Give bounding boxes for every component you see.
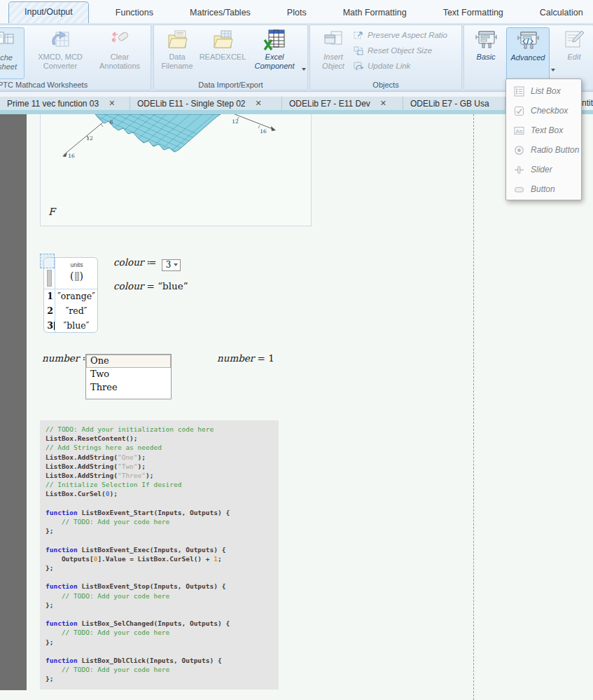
chevron-down-icon — [174, 263, 178, 266]
ribbon-tab-input-output[interactable]: Input/Output — [8, 1, 89, 23]
matrix-row-handle[interactable] — [47, 270, 52, 287]
plot-axis-expression-label[interactable]: F — [48, 206, 55, 217]
matrix-row-index: 2 — [44, 306, 53, 316]
doc-tab-prime11-vec-function[interactable]: Prime 11 vec function 03 ✕ — [0, 97, 130, 110]
update-link-button[interactable]: Update Link — [354, 59, 410, 73]
xmcd-converter-button[interactable]: XMCD, MCD Converter — [30, 27, 90, 79]
xmcd-label-1: XMCD, MCD — [30, 53, 90, 62]
worksheet-cache-label-1: ache — [0, 53, 24, 62]
equals-operator: = — [258, 352, 269, 364]
worksheet-cache-button[interactable]: ache rksheet — [0, 27, 25, 79]
ribbon-tab-plots[interactable]: Plots — [277, 3, 316, 23]
colour-combo-box[interactable]: 3 — [162, 259, 181, 271]
menu-item-checkbox[interactable]: Checkbox — [506, 101, 581, 121]
close-icon[interactable]: ✕ — [380, 99, 386, 108]
ribbon-tab-matrices-tables[interactable]: Matrices/Tables — [180, 3, 260, 23]
xmcd-label-2: Converter — [30, 62, 90, 71]
canvas-margin-strip — [0, 114, 27, 690]
update-link-label: Update Link — [368, 62, 410, 70]
matrix-row-value[interactable]: ″orange″ — [55, 291, 98, 301]
worksheet-icon — [0, 28, 24, 53]
menu-item-label: List Box — [531, 86, 561, 96]
number-evaluation-expression[interactable]: number = 1 — [217, 352, 274, 364]
colour-result-value: “blue” — [158, 280, 188, 291]
insert-object-button[interactable]: Insert Object — [316, 27, 351, 79]
menu-item-slider[interactable]: Slider — [506, 160, 581, 179]
data-filename-button[interactable]: Data Filename — [157, 27, 197, 79]
excel-component-dropdown-arrow-icon[interactable] — [302, 68, 306, 71]
edit-control-button[interactable]: Edit — [557, 27, 592, 79]
document-tab-bar: Prime 11 vec function 03 ✕ ODELib E11 - … — [0, 97, 593, 110]
list-box-icon — [514, 86, 524, 97]
menu-item-list-box[interactable]: List Box — [506, 81, 581, 101]
ribbon-tab-calculation[interactable]: Calculation — [530, 3, 593, 23]
menu-item-radio-button[interactable]: Radio Button — [506, 140, 581, 160]
basic-controls-label: Basic — [467, 53, 505, 62]
doc-tab-odelib-e11-single-step[interactable]: ODELib E11 - Single Step 02 ✕ — [130, 97, 282, 110]
matrix-unit-placeholder[interactable]: () — [55, 270, 98, 282]
matrix-row-3[interactable]: 3 ″blue″ — [44, 319, 99, 333]
clear-annotations-label-2: Annotations — [92, 62, 148, 71]
excel-component-label-1: Excel — [249, 53, 300, 62]
number-var: number — [217, 352, 254, 364]
menu-item-label: Radio Button — [531, 145, 579, 155]
close-icon[interactable]: ✕ — [256, 99, 262, 108]
surface-plot-canvas: 8 12 16 12 16 — [41, 114, 312, 226]
ribbon-tab-math-formatting[interactable]: Math Formatting — [333, 3, 417, 23]
number-definition-expression[interactable]: number ≔ — [42, 352, 92, 364]
preserve-aspect-ratio-button[interactable]: Preserve Aspect Ratio — [354, 28, 447, 42]
placeholder-bar — [75, 272, 79, 281]
reset-object-size-button[interactable]: Reset Object Size — [354, 43, 432, 57]
list-box-item-one[interactable]: One — [86, 355, 171, 368]
list-box-item-two[interactable]: Two — [86, 368, 171, 381]
worksheet-cache-label-2: rksheet — [0, 62, 24, 71]
svg-text:Ab: Ab — [516, 128, 523, 134]
basic-controls-icon — [467, 27, 505, 53]
advanced-controls-label: Advanced — [507, 53, 549, 62]
close-icon[interactable]: ✕ — [109, 99, 115, 108]
radio-button-icon — [514, 145, 524, 156]
basic-controls-button[interactable]: Basic — [467, 27, 505, 79]
clear-annotations-icon — [92, 27, 148, 53]
mathcad-window: Input/Output Functions Matrices/Tables P… — [0, 0, 593, 700]
readexcel-button[interactable]: READEXCEL — [199, 27, 246, 79]
advanced-dropdown-arrow-icon[interactable] — [551, 69, 555, 71]
advanced-controls-menu: List Box Checkbox Ab Text Box Radio Butt… — [505, 78, 582, 200]
checkbox-icon — [514, 106, 524, 116]
colour-definition-expression[interactable]: colour ≔ 3 — [113, 256, 181, 271]
matrix-row-index: 1 — [44, 291, 53, 301]
colour-evaluation-expression[interactable]: colour = “blue” — [113, 280, 188, 291]
number-result-value: 1 — [268, 352, 274, 364]
excel-component-button[interactable]: Excel Component — [249, 27, 300, 79]
matrix-input-widget[interactable]: units () 1 ″orange″ 2 ″red″ 3 ″blue″ — [43, 257, 98, 333]
doc-tab-odelib-e7-gb-usage[interactable]: ODELib E7 - GB Usa — [403, 97, 505, 110]
matrix-row-1[interactable]: 1 ″orange″ — [44, 289, 99, 303]
preserve-aspect-ratio-label: Preserve Aspect Ratio — [368, 31, 447, 39]
group-label-objects: Objects — [310, 81, 461, 89]
matrix-row-value[interactable]: ″red″ — [55, 306, 98, 316]
matrix-row-2[interactable]: 2 ″red″ — [44, 304, 99, 318]
menu-item-button[interactable]: Button — [506, 179, 581, 199]
edit-control-label: Edit — [557, 53, 592, 62]
listbox-script-editor[interactable]: // TODO: Add your initialization code he… — [40, 420, 279, 689]
slider-icon — [514, 165, 524, 175]
doc-tab-label: ODELib E7 - E11 Dev — [289, 99, 370, 109]
equals-operator: = — [147, 280, 158, 291]
clear-annotations-button[interactable]: Clear Annotations — [92, 27, 148, 79]
insert-object-label-2: Object — [316, 62, 351, 71]
surface-plot-region[interactable]: 8 12 16 12 16 F — [40, 114, 312, 226]
ribbon-bottom-strip — [0, 92, 593, 97]
list-box-item-three[interactable]: Three — [86, 381, 171, 394]
matrix-row-value[interactable]: ″blue″ — [55, 320, 98, 331]
assign-operator: ≔ — [147, 256, 157, 268]
ribbon-toolbar: ache rksheet XMCD, MCD Converter — [0, 23, 593, 92]
edit-control-icon — [557, 27, 592, 53]
matrix-selection-handle[interactable] — [40, 254, 55, 268]
left-axis-tick-16: 16 — [68, 153, 75, 159]
group-label-ptc-worksheets: PTC Mathcad Worksheets — [0, 81, 151, 89]
menu-item-text-box[interactable]: Ab Text Box — [506, 121, 581, 140]
doc-tab-odelib-e7-e11-dev[interactable]: ODELib E7 - E11 Dev ✕ — [282, 97, 403, 110]
ribbon-tab-functions[interactable]: Functions — [106, 3, 163, 23]
ribbon-tab-text-formatting[interactable]: Text Formatting — [433, 3, 513, 23]
number-list-box[interactable]: One Two Three — [85, 354, 172, 399]
